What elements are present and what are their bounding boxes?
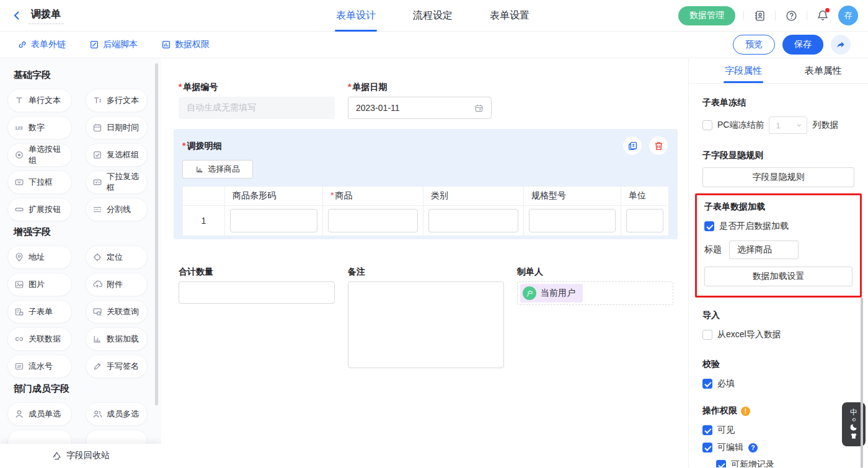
field-item-radio-group[interactable]: 单选按钮组 [7,143,72,167]
member-multi-icon [92,409,102,419]
field-recycle-bin[interactable]: 字段回收站 [0,444,161,467]
data-permission-link[interactable]: 数据权限 [161,39,210,50]
visible-checkbox[interactable] [702,425,712,435]
title-input[interactable]: 选择商品 [729,241,799,259]
field-item-label: 数字 [29,122,45,133]
tab-field-properties[interactable]: 字段属性 [704,58,784,83]
field-item-linked-query[interactable]: 关联查询 [86,300,148,324]
subform-detail-block[interactable]: 调拨明细 选择商品 [174,129,678,239]
field-item-locate[interactable]: 定位 [86,245,148,269]
serial-number-icon [14,361,24,371]
field-item-checkbox-group[interactable]: 复选框组 [86,143,148,167]
cell-input-product[interactable] [328,209,418,232]
cell-input-category[interactable] [428,209,518,232]
save-button[interactable]: 保存 [782,35,823,55]
field-item-attachment[interactable]: 附件 [86,273,148,296]
visible-label: 可见 [717,425,735,436]
page-title[interactable]: 调拨单 [29,7,63,24]
field-item-select[interactable]: 下拉框 [7,170,72,194]
notification-button[interactable] [815,8,830,23]
tab-flow-setting[interactable]: 流程设定 [412,0,454,32]
preview-button[interactable]: 预览 [733,35,775,55]
freeze-checkbox[interactable] [702,120,712,130]
field-item-label: 关联数据 [29,333,61,345]
field-label-creator: 制单人 [517,267,673,276]
number-icon [14,123,24,133]
creator-field[interactable]: 户 当前用户 [517,281,673,305]
field-item-label: 手写签名 [107,361,139,372]
field-item-image[interactable]: 图片 [7,273,72,296]
field-item-data-load[interactable]: 数据加载 [86,327,148,351]
data-load-settings-button[interactable]: 数据加载设置 [704,267,852,286]
field-item-single-line-text[interactable]: 单行文本 [7,89,72,112]
help-button[interactable] [784,8,799,23]
excel-import-label: 从excel导入数据 [717,329,781,340]
freeze-columns-select[interactable]: 1 [769,117,807,134]
back-button[interactable] [10,9,24,22]
warning-info-icon[interactable]: ! [741,407,750,416]
required-checkbox[interactable] [702,379,712,389]
shirt-icon[interactable] [849,432,858,440]
cell-input-barcode[interactable] [230,209,317,232]
remark-textarea[interactable] [348,281,504,368]
delete-button[interactable] [649,136,668,155]
tab-form-design[interactable]: 表单设计 [335,0,377,32]
pick-product-button[interactable]: 选择商品 [182,160,253,179]
field-item-member-multi[interactable]: 成员多选 [86,402,148,426]
sidebar-scrollbar[interactable] [155,63,158,405]
share-button[interactable] [831,35,851,55]
workspace: 基础字段 单行文本 多行文本 数字 日期时间 单选按钮组 复选框组 下拉框 下拉… [0,58,868,467]
backend-script-link[interactable]: 后端脚本 [89,39,138,50]
multi-line-text-icon [92,95,102,105]
select-icon [14,177,24,187]
perm-editable-row: 可编辑 ? [702,442,854,453]
question-help-icon[interactable]: ? [748,443,758,453]
field-item-extend-button[interactable]: 扩展按钮 [7,198,72,221]
field-item-serial-number[interactable]: 流水号 [7,355,72,378]
editable-checkbox[interactable] [702,443,712,453]
field-item-divider[interactable]: 分割线 [86,198,148,221]
tab-form-setting[interactable]: 表单设置 [489,0,531,32]
data-manage-button[interactable]: 数据管理 [678,6,735,25]
add-record-checkbox[interactable] [716,460,726,467]
help-icon [786,10,797,22]
field-item-linked-data[interactable]: 关联数据 [7,327,72,351]
total-input[interactable] [179,281,335,304]
excel-import-checkbox[interactable] [702,330,712,340]
field-item-address[interactable]: 地址 [7,245,72,269]
page-scrollbar[interactable] [861,298,863,468]
form-external-link[interactable]: 表单外链 [17,39,66,50]
header-tabs: 表单设计 流程设定 表单设置 [335,0,531,32]
current-user-tag: 户 当前用户 [520,284,583,302]
tab-form-properties[interactable]: 表单属性 [784,58,864,83]
address-book-button[interactable] [752,8,767,23]
field-item-number[interactable]: 数字 [7,116,72,139]
field-item-label: 日期时间 [107,122,139,133]
duplicate-button[interactable] [623,136,642,155]
visibility-rule-button[interactable]: 字段显隐规则 [702,167,854,187]
user-icon: 户 [523,286,536,300]
field-item-subform[interactable]: 子表单 [7,300,72,324]
language-toggle[interactable]: 中 [850,408,857,417]
property-panel: 字段属性 表单属性 子表单冻结 PC端冻结前 1 列数据 子字段显隐规则 字段显… [688,58,868,467]
sidebar-pill-grid: 地址 定位 图片 附件 子表单 关联查询 关联数据 数据加载 流水号 手写签名 [0,238,161,381]
field-item-signature[interactable]: 手写签名 [86,355,148,378]
switch-arrow-icon [851,417,857,422]
extend-button-icon [14,205,24,214]
field-item-member-single[interactable]: 成员单选 [7,402,72,426]
data-load-checkbox[interactable] [704,221,714,231]
field-item-datetime[interactable]: 日期时间 [86,116,148,139]
form-canvas[interactable]: 单据编号 自动生成无需填写 单据日期 2023-01-11 调拨明细 [161,58,688,467]
doc-date-input[interactable]: 2023-01-11 [348,97,492,119]
doc-no-input[interactable]: 自动生成无需填写 [179,97,335,119]
cell-input-spec[interactable] [529,209,616,232]
avatar[interactable]: 存 [838,6,858,25]
cell-input-unit[interactable] [626,209,663,232]
field-item-multi-line-text[interactable]: 多行文本 [86,89,148,112]
field-item-label: 附件 [107,279,123,290]
field-item-multi-select[interactable]: 下拉复选框 [86,170,148,194]
section-title-validate: 校验 [702,359,854,370]
moon-icon[interactable] [849,423,858,431]
radio-group-icon [14,150,24,160]
sidebar-section-title: 增强字段 [14,226,161,238]
